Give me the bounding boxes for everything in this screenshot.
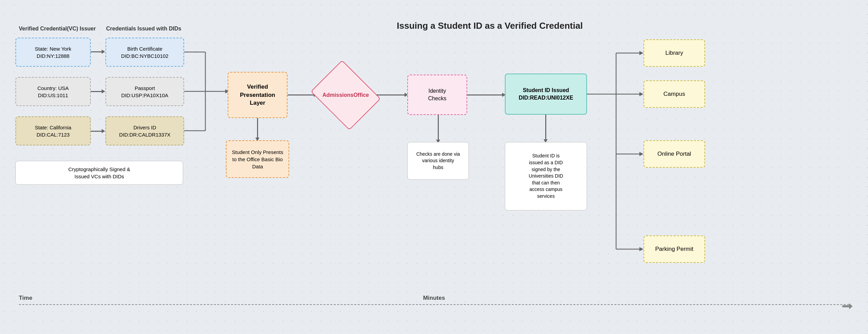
box-campus: Campus [643,80,705,108]
box-cal: State: CaliforniaDID:CAL:7123 [15,116,91,145]
box-birth: Birth CertificateDID:BC:NYBC10102 [105,38,184,67]
diamond-admissions: Admissions Office [315,71,376,119]
main-canvas: Issuing a Student ID as a Verified Crede… [0,0,868,334]
cred-issued-label: Credentials Issued with DIDs [106,26,181,32]
arrow-usa [91,91,104,92]
arrow-vp-down [257,118,258,140]
time-label: Time [19,295,32,301]
box-ny: State: New YorkDID:NY:12888 [15,38,91,67]
box-student-presents: Student Only Presents to the Office Basi… [226,140,289,178]
box-crypto: Cryptographically Signed &Issued VCs wit… [15,161,183,185]
box-student-id-issued: Student ID IssuedDID:READ:UNI012XE [505,74,587,115]
arrow-adm-to-id [376,94,407,95]
box-parking-permit: Parking Permit [643,235,705,263]
svg-marker-15 [639,247,643,251]
page-title: Issuing a Student ID as a Verified Crede… [397,21,583,31]
arrow-ny [91,51,104,52]
arrow-cal [91,131,104,132]
minutes-label: Minutes [423,295,445,301]
svg-marker-13 [639,152,643,156]
arrow-sid-down [545,115,546,142]
box-online-portal: Online Portal [643,140,705,168]
time-arrow [842,303,853,310]
box-checks-desc: Checks are done via various identity hub… [407,142,469,180]
arrow-id-to-sid [467,94,505,95]
box-student-id-desc: Student ID is issued as a DID signed by … [505,142,587,210]
svg-marker-9 [639,51,643,55]
box-vp-layer: Verified Presentation Layer [228,72,288,118]
time-line [19,304,849,305]
box-identity-checks: IdentityChecks [407,75,467,115]
box-drivers: Drivers IDDID:DR:CALDR1337X [105,116,184,145]
arrow-id-down [438,115,439,142]
box-library: Library [643,39,705,67]
svg-marker-11 [639,92,643,96]
arrow-vp-to-adm [288,94,317,95]
box-usa: Country: USADID:US:1011 [15,77,91,106]
box-passport: PassportDID:USP:PA10X10A [105,77,184,106]
vc-issuer-label: Verified Credential(VC) Issuer [19,26,96,32]
